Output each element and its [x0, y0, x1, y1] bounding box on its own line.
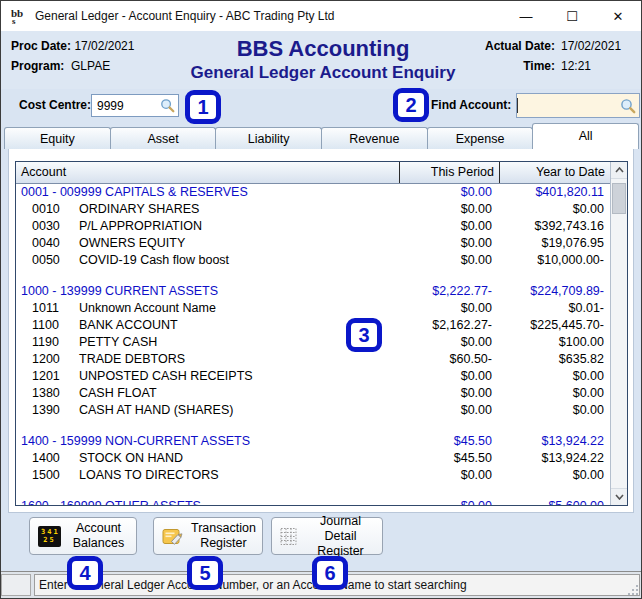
close-button[interactable]: ✕ — [595, 1, 641, 31]
tab-revenue[interactable]: Revenue — [321, 127, 428, 149]
table-spacer — [16, 419, 610, 433]
account-balances-button[interactable]: 341 25 AccountBalances — [29, 517, 137, 555]
table-row[interactable]: 1000 - 139999 CURRENT ASSETS$2,222.77-$2… — [16, 283, 610, 300]
find-account-field-wrap — [516, 93, 640, 118]
table-row[interactable]: 1390CASH AT HAND (SHARES)$0.00$0.00 — [16, 402, 610, 419]
cost-centre-field-wrap — [91, 94, 179, 117]
status-bar-stub — [1, 574, 31, 596]
svg-text:s: s — [12, 16, 16, 26]
column-header-year-to-date[interactable]: Year to Date — [499, 162, 611, 183]
scroll-down-button[interactable] — [611, 488, 627, 505]
time: Time:12:21 — [463, 56, 631, 76]
app-window: bb s General Ledger - Account Enquiry - … — [0, 0, 642, 599]
app-logo-icon: bb s — [9, 6, 29, 26]
header-panel: Proc Date: 17/02/2021 Program: GLPAE BBS… — [1, 31, 641, 89]
table-row[interactable]: 1100BANK ACCOUNT$2,162.27-$225,445.70- — [16, 317, 610, 334]
vertical-scrollbar[interactable] — [610, 162, 627, 505]
scrollbar-thumb[interactable] — [612, 183, 626, 214]
transaction-register-button[interactable]: TransactionRegister — [153, 517, 263, 555]
table-spacer — [16, 269, 610, 283]
window-titlebar: bb s General Ledger - Account Enquiry - … — [1, 1, 641, 31]
detail-grid-icon — [280, 527, 299, 546]
annotation-callout-1: 1 — [185, 90, 221, 124]
balances-grid-icon: 341 25 — [38, 526, 61, 547]
actual-date: Actual Date:17/02/2021 — [463, 36, 631, 56]
table-row[interactable]: 1380CASH FLOAT$0.00$0.00 — [16, 385, 610, 402]
cost-centre-label: Cost Centre: — [19, 98, 91, 112]
column-header-this-period[interactable]: This Period — [399, 162, 499, 183]
table-row[interactable]: 1190PETTY CASH$0.00$100.00 — [16, 334, 610, 351]
table-row[interactable]: 1500LOANS TO DIRECTORS$0.00$0.00 — [16, 467, 610, 484]
grid-header: Account This Period Year to Date — [16, 162, 627, 184]
grid-body: 0001 - 009999 CAPITALS & RESERVES$0.00$4… — [16, 184, 610, 505]
scroll-up-button[interactable] — [611, 162, 627, 179]
table-row[interactable]: 0001 - 009999 CAPITALS & RESERVES$0.00$4… — [16, 184, 610, 201]
table-row[interactable]: 0030P/L APPROPRIATION$0.00$392,743.16 — [16, 218, 610, 235]
annotation-callout-2: 2 — [393, 88, 429, 122]
table-row[interactable]: 1400 - 159999 NON-CURRENT ASSETS$45.50$1… — [16, 433, 610, 450]
search-icon[interactable] — [160, 98, 175, 113]
table-row[interactable]: 1011Unknown Account Name$0.00$0.01- — [16, 300, 610, 317]
search-icon[interactable] — [620, 98, 636, 114]
program: Program: GLPAE — [11, 56, 183, 76]
column-header-account[interactable]: Account — [16, 162, 399, 183]
annotation-callout-4: 4 — [67, 556, 103, 590]
find-account-input[interactable] — [517, 98, 613, 113]
tab-equity[interactable]: Equity — [4, 127, 111, 149]
table-row[interactable]: 0010ORDINARY SHARES$0.00$0.00 — [16, 201, 610, 218]
find-account-label: Find Account: — [431, 98, 511, 112]
minimize-button[interactable]: — — [503, 1, 549, 31]
table-row[interactable]: 1201UNPOSTED CASH RECEIPTS$0.00$0.00 — [16, 368, 610, 385]
table-row[interactable]: 1200TRADE DEBTORS$60.50-$635.82 — [16, 351, 610, 368]
window-title: General Ledger - Account Enquiry - ABC T… — [35, 9, 503, 23]
tab-all[interactable]: All — [532, 123, 639, 149]
tab-expense[interactable]: Expense — [427, 127, 534, 149]
maximize-button[interactable]: ☐ — [549, 1, 595, 31]
table-spacer — [16, 484, 610, 498]
content-panel: Account This Period Year to Date 0001 - … — [8, 149, 634, 513]
table-row[interactable]: 0050COVID-19 Cash flow boost$0.00$10,000… — [16, 252, 610, 269]
account-grid: Account This Period Year to Date 0001 - … — [15, 161, 628, 506]
note-pencil-icon — [162, 527, 183, 546]
tab-liability[interactable]: Liability — [215, 127, 322, 149]
cost-centre-input[interactable] — [92, 99, 152, 113]
journal-detail-register-button[interactable]: Journal DetailRegister — [271, 517, 383, 555]
table-row[interactable]: 1400STOCK ON HAND$45.50$13,924.22 — [16, 450, 610, 467]
app-title: BBS Accounting — [183, 36, 463, 62]
table-row[interactable]: 0040OWNERS EQUITY$0.00$19,076.95 — [16, 235, 610, 252]
search-controls-row: Cost Centre: Find Account: — [1, 89, 641, 123]
annotation-callout-5: 5 — [187, 556, 223, 590]
annotation-callout-3: 3 — [346, 318, 382, 352]
account-type-tabs: EquityAssetLiabilityRevenueExpenseAll — [1, 123, 641, 149]
page-title: General Ledger Account Enquiry — [183, 62, 463, 84]
tab-asset[interactable]: Asset — [110, 127, 217, 149]
table-row[interactable]: 1600 - 169999 OTHER ASSETS$0.00$5,600.00 — [16, 498, 610, 505]
proc-date: Proc Date: 17/02/2021 — [11, 36, 183, 56]
annotation-callout-6: 6 — [312, 556, 348, 590]
resize-grip-icon[interactable] — [627, 584, 639, 596]
